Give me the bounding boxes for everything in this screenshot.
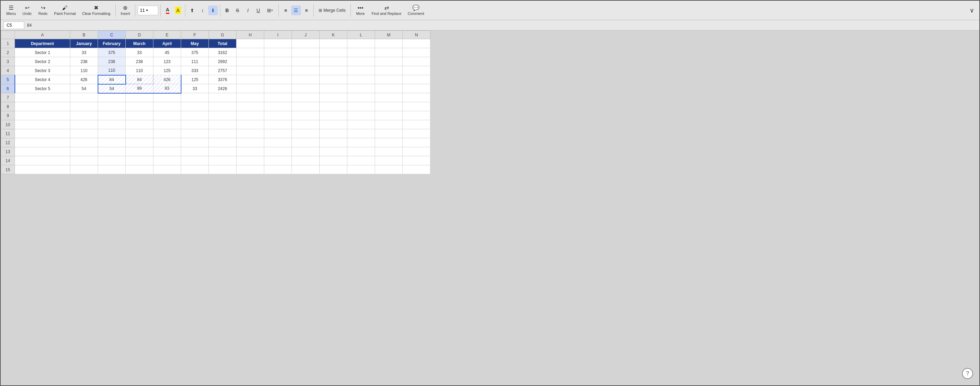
- cell-C11[interactable]: [98, 129, 126, 138]
- cell-B7[interactable]: [70, 93, 98, 102]
- cell-L14[interactable]: [347, 156, 375, 165]
- cell-I12[interactable]: [264, 138, 292, 147]
- cell-B3[interactable]: 238: [70, 57, 98, 66]
- cell-G6[interactable]: 2426: [209, 84, 237, 93]
- cell-L10[interactable]: [347, 120, 375, 129]
- cell-E3[interactable]: 123: [153, 57, 181, 66]
- cell-F4[interactable]: 333: [181, 66, 209, 75]
- row-header-7[interactable]: 7: [1, 93, 15, 102]
- text-color-button[interactable]: A: [163, 6, 172, 15]
- cell-H14[interactable]: [237, 156, 264, 165]
- cell-I7[interactable]: [264, 93, 292, 102]
- cell-I10[interactable]: [264, 120, 292, 129]
- cell-K5[interactable]: [320, 75, 347, 84]
- cell-E12[interactable]: [153, 138, 181, 147]
- cell-A3[interactable]: Sector 2: [15, 57, 70, 66]
- cell-G3[interactable]: 2992: [209, 57, 237, 66]
- redo-button[interactable]: ↪ Redo: [35, 4, 51, 17]
- row-header-10[interactable]: 10: [1, 120, 15, 129]
- cell-C5[interactable]: 84: [98, 75, 126, 84]
- merge-cells-button[interactable]: ⊞ Merge Cells: [316, 6, 348, 14]
- cell-K1[interactable]: [320, 39, 347, 48]
- cell-L9[interactable]: [347, 111, 375, 120]
- cell-D4[interactable]: 110: [126, 66, 153, 75]
- cell-G9[interactable]: [209, 111, 237, 120]
- cell-K2[interactable]: [320, 48, 347, 57]
- cell-N6[interactable]: [403, 84, 430, 93]
- cell-G14[interactable]: [209, 156, 237, 165]
- cell-K7[interactable]: [320, 93, 347, 102]
- cell-D1[interactable]: March: [126, 39, 153, 48]
- row-header-12[interactable]: 12: [1, 138, 15, 147]
- cell-H6[interactable]: [237, 84, 264, 93]
- cell-L2[interactable]: [347, 48, 375, 57]
- cell-A1[interactable]: Department: [15, 39, 70, 48]
- cell-I14[interactable]: [264, 156, 292, 165]
- cell-B13[interactable]: [70, 147, 98, 156]
- cell-L7[interactable]: [347, 93, 375, 102]
- cell-M3[interactable]: [375, 57, 403, 66]
- cell-D14[interactable]: [126, 156, 153, 165]
- cell-C1[interactable]: February: [98, 39, 126, 48]
- bold-button[interactable]: B: [222, 6, 232, 15]
- cell-B1[interactable]: January: [70, 39, 98, 48]
- cell-M11[interactable]: [375, 129, 403, 138]
- italic-button[interactable]: I: [243, 6, 253, 15]
- cell-I13[interactable]: [264, 147, 292, 156]
- cell-F8[interactable]: [181, 102, 209, 111]
- cell-N12[interactable]: [403, 138, 430, 147]
- cell-J3[interactable]: [292, 57, 320, 66]
- col-header-H[interactable]: H: [237, 31, 264, 39]
- cell-F13[interactable]: [181, 147, 209, 156]
- cell-K14[interactable]: [320, 156, 347, 165]
- cell-G11[interactable]: [209, 129, 237, 138]
- more-button[interactable]: ••• More: [353, 4, 368, 17]
- cell-C15[interactable]: [98, 165, 126, 174]
- cell-C6[interactable]: 54: [98, 84, 126, 93]
- cell-I2[interactable]: [264, 48, 292, 57]
- cell-A14[interactable]: [15, 156, 70, 165]
- cell-J6[interactable]: [292, 84, 320, 93]
- cell-B8[interactable]: [70, 102, 98, 111]
- cell-E11[interactable]: [153, 129, 181, 138]
- cell-J14[interactable]: [292, 156, 320, 165]
- cell-F10[interactable]: [181, 120, 209, 129]
- cell-K4[interactable]: [320, 66, 347, 75]
- cell-M2[interactable]: [375, 48, 403, 57]
- cell-K6[interactable]: [320, 84, 347, 93]
- cell-H13[interactable]: [237, 147, 264, 156]
- cell-L3[interactable]: [347, 57, 375, 66]
- cell-K10[interactable]: [320, 120, 347, 129]
- cell-G8[interactable]: [209, 102, 237, 111]
- cell-G12[interactable]: [209, 138, 237, 147]
- cell-J9[interactable]: [292, 111, 320, 120]
- cell-A7[interactable]: [15, 93, 70, 102]
- font-size-box[interactable]: 11 ▾: [137, 6, 158, 15]
- cell-F5[interactable]: 125: [181, 75, 209, 84]
- cell-G1[interactable]: Total: [209, 39, 237, 48]
- cell-I15[interactable]: [264, 165, 292, 174]
- cell-L1[interactable]: [347, 39, 375, 48]
- cell-D12[interactable]: [126, 138, 153, 147]
- strikethrough-button[interactable]: S: [233, 6, 242, 15]
- cell-N8[interactable]: [403, 102, 430, 111]
- cell-F9[interactable]: [181, 111, 209, 120]
- cell-C8[interactable]: [98, 102, 126, 111]
- cell-C14[interactable]: [98, 156, 126, 165]
- cell-N15[interactable]: [403, 165, 430, 174]
- cell-M6[interactable]: [375, 84, 403, 93]
- cell-A15[interactable]: [15, 165, 70, 174]
- cell-K9[interactable]: [320, 111, 347, 120]
- cell-J10[interactable]: [292, 120, 320, 129]
- cell-N2[interactable]: [403, 48, 430, 57]
- row-header-4[interactable]: 4: [1, 66, 15, 75]
- cell-G10[interactable]: [209, 120, 237, 129]
- cell-E4[interactable]: 125: [153, 66, 181, 75]
- align-top-button[interactable]: ⬆: [187, 6, 197, 15]
- cell-B11[interactable]: [70, 129, 98, 138]
- insert-button[interactable]: ⊕ Insert: [118, 4, 133, 17]
- cell-A12[interactable]: [15, 138, 70, 147]
- cell-A5[interactable]: Sector 4: [15, 75, 70, 84]
- cell-N13[interactable]: [403, 147, 430, 156]
- cell-H15[interactable]: [237, 165, 264, 174]
